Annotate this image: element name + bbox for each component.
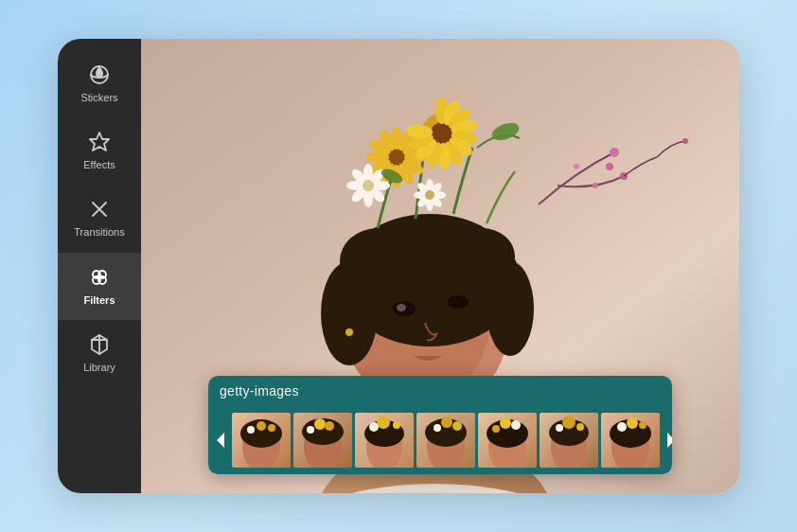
filters-icon (88, 266, 111, 289)
film-thumb-5[interactable] (478, 413, 537, 468)
film-thumb-2[interactable] (293, 413, 352, 468)
stickers-icon (88, 63, 111, 86)
transitions-icon (88, 198, 111, 221)
library-label: Library (83, 362, 115, 374)
film-thumb-1[interactable] (232, 413, 291, 468)
filmstrip-nav-right[interactable] (663, 412, 672, 469)
filters-label: Filters (83, 294, 115, 307)
svg-point-83 (268, 424, 275, 432)
svg-point-81 (257, 421, 266, 431)
svg-point-58 (363, 180, 374, 191)
filmstrip-container: getty-images (208, 376, 672, 474)
sidebar: Stickers Effects Transitions (58, 39, 141, 493)
svg-point-64 (682, 138, 688, 144)
svg-point-16 (449, 228, 515, 285)
filmstrip-header: getty-images (208, 376, 672, 406)
svg-point-99 (441, 417, 452, 428)
svg-point-15 (340, 228, 416, 294)
svg-point-113 (576, 423, 584, 431)
svg-point-107 (492, 425, 500, 433)
svg-point-76 (425, 190, 434, 200)
svg-point-117 (627, 417, 638, 429)
svg-point-95 (393, 421, 400, 429)
sidebar-item-stickers[interactable]: Stickers (58, 50, 141, 117)
film-thumb-4[interactable] (416, 413, 475, 468)
photo-background: getty-images (141, 39, 739, 493)
svg-point-61 (574, 164, 579, 169)
film-thumb-7[interactable] (601, 413, 660, 468)
stickers-label: Stickers (80, 92, 117, 104)
sidebar-item-transitions[interactable]: Transitions (58, 185, 141, 252)
svg-point-106 (511, 420, 521, 430)
svg-point-118 (617, 422, 627, 432)
filmstrip-thumbnails (232, 413, 660, 468)
svg-point-94 (369, 422, 379, 432)
library-icon (88, 333, 111, 356)
svg-marker-120 (667, 433, 672, 448)
svg-point-112 (556, 424, 563, 432)
svg-point-111 (562, 416, 576, 429)
svg-point-88 (325, 421, 334, 431)
svg-point-82 (247, 426, 255, 434)
svg-marker-1 (90, 133, 109, 151)
svg-point-62 (593, 183, 598, 188)
svg-point-19 (397, 304, 406, 311)
svg-point-89 (307, 426, 314, 434)
svg-point-87 (314, 418, 326, 430)
svg-point-119 (639, 421, 646, 429)
sidebar-item-library[interactable]: Library (58, 320, 141, 387)
svg-point-18 (448, 295, 469, 309)
device-frame: Stickers Effects Transitions (58, 39, 739, 493)
sidebar-item-effects[interactable]: Effects (58, 117, 141, 185)
svg-point-20 (345, 328, 353, 336)
svg-point-93 (377, 416, 390, 429)
svg-marker-77 (217, 433, 224, 448)
filmstrip-row (208, 406, 672, 474)
effects-icon (88, 131, 111, 153)
transitions-label: Transitions (74, 226, 124, 239)
main-content: getty-images (141, 39, 739, 493)
filmstrip-source-label: getty-images (220, 383, 299, 399)
svg-point-101 (452, 421, 462, 431)
film-thumb-6[interactable] (540, 413, 598, 468)
effects-label: Effects (83, 159, 115, 171)
svg-point-100 (434, 424, 441, 432)
sidebar-item-filters[interactable]: Filters (58, 253, 141, 320)
svg-point-105 (500, 417, 511, 429)
film-thumb-3[interactable] (355, 413, 414, 468)
svg-point-63 (606, 163, 613, 170)
filmstrip-nav-left[interactable] (212, 412, 229, 469)
svg-point-59 (610, 148, 619, 157)
